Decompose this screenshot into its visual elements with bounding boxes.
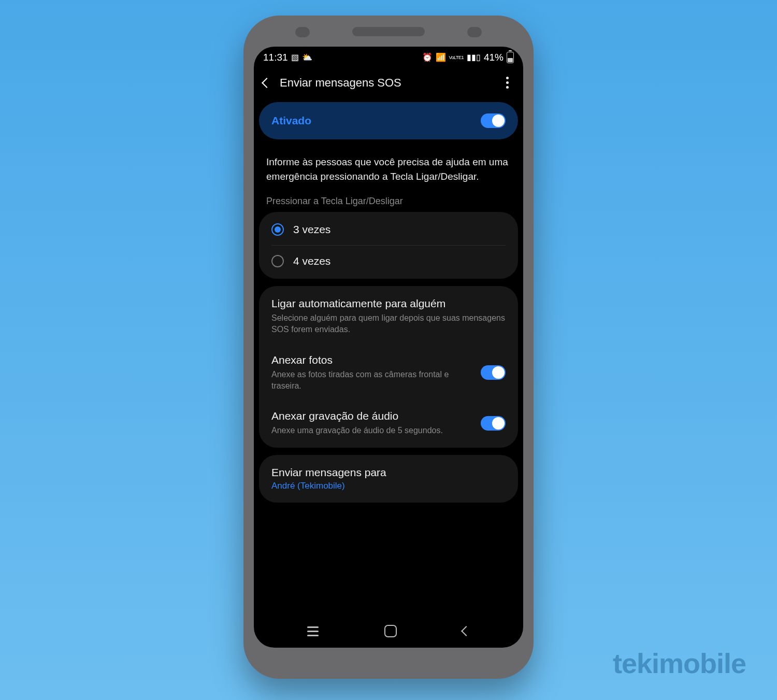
master-toggle-card[interactable]: Ativado	[259, 102, 518, 139]
attach-photos-switch[interactable]	[481, 365, 506, 380]
attach-photos-title: Anexar fotos	[271, 354, 471, 366]
page-title: Enviar mensagens SOS	[280, 76, 401, 90]
watermark: tekimobile	[613, 647, 746, 679]
press-option-3[interactable]: 3 vezes	[259, 214, 518, 245]
phone-frame: 11:31 ▧ ⛅ ⏰ 📶 VoLTE1 ▮▮▯ 41% Enviar mens…	[243, 16, 534, 679]
radio-selected-icon	[271, 223, 284, 236]
recipients-value: André (Tekimobile)	[271, 481, 506, 491]
attach-audio-title: Anexar gravação de áudio	[271, 410, 471, 422]
attach-audio-row[interactable]: Anexar gravação de áudio Anexe uma grava…	[259, 401, 518, 446]
attach-audio-switch[interactable]	[481, 416, 506, 431]
alarm-icon: ⏰	[422, 53, 433, 62]
press-section-label: Pressionar a Tecla Ligar/Desligar	[254, 189, 523, 212]
screen: 11:31 ▧ ⛅ ⏰ 📶 VoLTE1 ▮▮▯ 41% Enviar mens…	[254, 47, 523, 648]
master-toggle-label: Ativado	[271, 115, 311, 127]
press-option-4[interactable]: 4 vezes	[259, 246, 518, 277]
battery-percent: 41%	[484, 52, 503, 63]
nav-recent-icon[interactable]	[307, 626, 319, 636]
status-bar: 11:31 ▧ ⛅ ⏰ 📶 VoLTE1 ▮▮▯ 41%	[254, 47, 523, 65]
master-toggle-switch[interactable]	[481, 113, 506, 128]
press-option-label: 4 vezes	[293, 255, 330, 267]
auto-call-title: Ligar automaticamente para alguém	[271, 297, 506, 310]
recipients-title: Enviar mensagens para	[271, 466, 506, 479]
attach-photos-row[interactable]: Anexar fotos Anexe as fotos tiradas com …	[259, 345, 518, 401]
image-indicator-icon: ▧	[291, 53, 299, 62]
wifi-icon: 📶	[436, 53, 446, 62]
press-options-card: 3 vezes 4 vezes	[259, 212, 518, 279]
auto-call-row[interactable]: Ligar automaticamente para alguém Seleci…	[259, 288, 518, 344]
recipients-card[interactable]: Enviar mensagens para André (Tekimobile)	[259, 455, 518, 503]
battery-icon	[507, 52, 514, 63]
auto-call-sub: Selecione alguém para quem ligar depois …	[271, 312, 506, 335]
description-text: Informe às pessoas que você precisa de a…	[254, 147, 523, 189]
signal-icon: ▮▮▯	[467, 53, 481, 62]
attach-photos-sub: Anexe as fotos tiradas com as câmeras fr…	[271, 369, 471, 391]
lte-indicator: VoLTE1	[449, 55, 464, 60]
back-icon[interactable]	[262, 78, 272, 88]
more-options-icon[interactable]	[501, 74, 514, 92]
system-nav-bar	[254, 615, 523, 648]
attach-audio-sub: Anexe uma gravação de áudio de 5 segundo…	[271, 425, 471, 436]
page-header: Enviar mensagens SOS	[254, 65, 523, 102]
nav-back-icon[interactable]	[461, 626, 471, 636]
press-option-label: 3 vezes	[293, 223, 330, 236]
weather-indicator-icon: ⛅	[302, 53, 312, 62]
settings-card: Ligar automaticamente para alguém Seleci…	[259, 286, 518, 448]
radio-unselected-icon	[271, 255, 284, 267]
nav-home-icon[interactable]	[384, 625, 397, 637]
status-time: 11:31	[263, 52, 288, 63]
